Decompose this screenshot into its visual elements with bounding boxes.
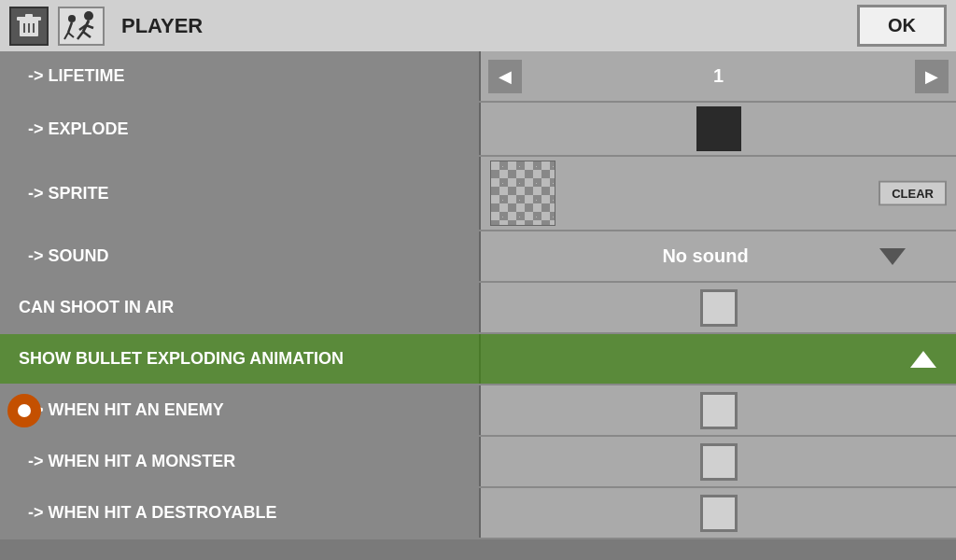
when-hit-destroyable-label: -> WHEN HIT A DESTROYABLE <box>0 488 481 538</box>
lifetime-display: 1 <box>713 65 724 87</box>
floating-indicator-icon <box>7 394 41 427</box>
when-hit-enemy-value <box>481 385 956 435</box>
sound-value: No sound <box>481 231 956 281</box>
when-hit-monster-value <box>481 437 956 486</box>
when-hit-monster-label: -> WHEN HIT A MONSTER <box>0 437 481 486</box>
show-bullet-label: SHOW BULLET EXPLODING ANIMATION <box>0 334 481 384</box>
svg-point-6 <box>84 11 93 21</box>
svg-line-11 <box>86 25 93 28</box>
explode-label: -> EXPLODE <box>0 103 481 155</box>
when-hit-enemy-checkbox[interactable] <box>700 392 738 429</box>
explode-color-swatch[interactable] <box>696 106 741 151</box>
sprite-label: -> SPRITE <box>0 157 481 230</box>
row-when-hit-destroyable: -> WHEN HIT A DESTROYABLE <box>0 488 956 539</box>
can-shoot-checkbox[interactable] <box>700 289 738 327</box>
rows-container: -> LIFETIME ◀ 1 ▶ -> EXPLODE -> SPRITE C… <box>0 51 956 539</box>
svg-line-9 <box>83 32 91 37</box>
sound-dropdown-arrow-icon[interactable] <box>879 248 906 265</box>
row-when-hit-enemy: -> WHEN HIT AN ENEMY <box>0 385 956 437</box>
lifetime-label: -> LIFETIME <box>0 51 481 101</box>
lifetime-decrease-button[interactable]: ◀ <box>488 60 522 93</box>
player-icon[interactable] <box>58 7 105 46</box>
svg-line-13 <box>68 22 72 33</box>
can-shoot-label: CAN SHOOT IN AIR <box>0 283 481 332</box>
lifetime-increase-button[interactable]: ▶ <box>915 60 949 93</box>
row-explode: -> EXPLODE <box>0 103 956 157</box>
when-hit-destroyable-value <box>481 488 956 538</box>
row-can-shoot: CAN SHOOT IN AIR <box>0 283 956 334</box>
row-lifetime: -> LIFETIME ◀ 1 ▶ <box>0 51 956 103</box>
sound-dropdown[interactable]: No sound <box>520 238 918 275</box>
when-hit-enemy-label: -> WHEN HIT AN ENEMY <box>0 385 481 435</box>
row-when-hit-monster: -> WHEN HIT A MONSTER <box>0 437 956 488</box>
svg-line-8 <box>77 32 83 39</box>
svg-line-14 <box>64 33 68 39</box>
sound-display: No sound <box>531 245 880 267</box>
show-bullet-collapse-button[interactable] <box>905 341 942 378</box>
sprite-thumbnail[interactable] <box>490 161 555 226</box>
ok-button[interactable]: OK <box>857 5 947 47</box>
page-title: PLAYER <box>121 14 848 38</box>
sound-label: -> SOUND <box>0 231 481 281</box>
when-hit-monster-checkbox[interactable] <box>700 443 738 481</box>
header: PLAYER OK <box>0 0 956 51</box>
sprite-value: CLEAR <box>481 157 956 230</box>
when-hit-destroyable-checkbox[interactable] <box>700 495 738 532</box>
lifetime-value: ◀ 1 ▶ <box>481 51 956 101</box>
row-show-bullet: SHOW BULLET EXPLODING ANIMATION <box>0 334 956 385</box>
clear-sprite-button[interactable]: CLEAR <box>879 181 947 206</box>
trash-icon[interactable] <box>9 7 49 46</box>
svg-line-15 <box>68 33 74 37</box>
explode-value[interactable] <box>481 103 956 155</box>
svg-rect-2 <box>25 14 33 18</box>
can-shoot-value <box>481 283 956 332</box>
row-sound: -> SOUND No sound <box>0 231 956 283</box>
row-sprite: -> SPRITE CLEAR <box>0 157 956 231</box>
svg-point-12 <box>68 15 76 22</box>
show-bullet-value <box>481 334 956 384</box>
